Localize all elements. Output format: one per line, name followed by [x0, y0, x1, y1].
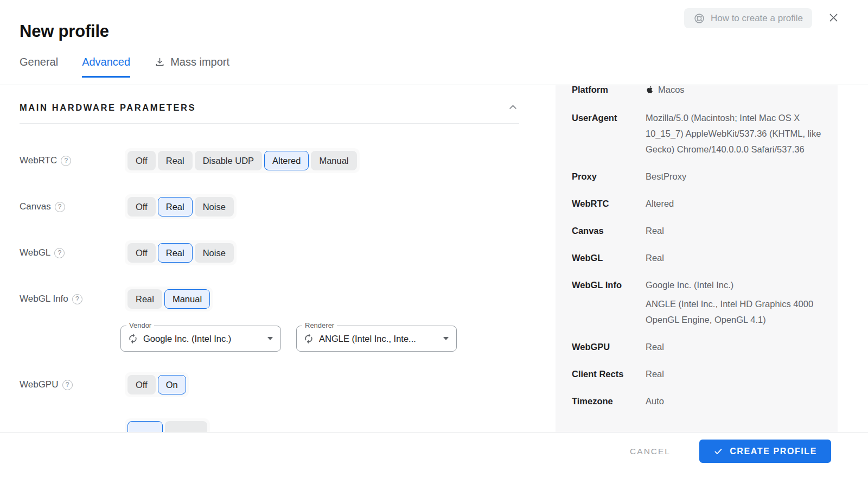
apple-icon	[646, 85, 653, 99]
close-icon[interactable]	[827, 12, 840, 25]
param-label-text: WebRTC	[20, 155, 57, 166]
summary-value-timezone: Auto	[646, 393, 822, 409]
help-icon[interactable]: ?	[62, 380, 73, 390]
summary-row-webgl-info: WebGL InfoGoogle Inc. (Intel Inc.)ANGLE …	[572, 277, 822, 328]
summary-row-proxy: ProxyBestProxy	[572, 169, 822, 184]
dropdown-arrow-icon	[267, 337, 273, 340]
webgl-option-noise[interactable]: Noise	[195, 243, 234, 263]
webrtc-toggle-group: OffRealDisable UDPAlteredManual	[125, 148, 360, 173]
canvas-option-noise[interactable]: Noise	[195, 197, 234, 217]
summary-row-webgpu: WebGPUReal	[572, 339, 822, 355]
summary-value-proxy: BestProxy	[646, 169, 822, 184]
summary-row-useragent: UserAgentMozilla/5.0 (Macintosh; Intel M…	[572, 110, 822, 157]
hardware-parameters: WebRTC?OffRealDisable UDPAlteredManualCa…	[0, 148, 556, 432]
advanced-tab-content: MAIN HARDWARE PARAMETERS WebRTC?OffRealD…	[0, 85, 556, 432]
section-divider	[20, 123, 519, 124]
summary-row-canvas: CanvasReal	[572, 223, 822, 239]
summary-value-text: Real	[646, 342, 664, 352]
renderer-select-value: ANGLE (Intel Inc., Inte...	[319, 334, 439, 344]
summary-value-text: Real	[646, 369, 664, 379]
help-icon[interactable]: ?	[61, 156, 71, 166]
webgpu-option-off[interactable]: Off	[127, 375, 156, 394]
summary-label-webrtc: WebRTC	[572, 196, 646, 212]
param-label-text: WebGPU	[20, 379, 59, 390]
param-row-webgpu: WebGPU?OffOn	[0, 372, 556, 397]
summary-label-useragent: UserAgent	[572, 110, 646, 157]
tab-general[interactable]: General	[20, 56, 58, 78]
summary-row-timezone: TimezoneAuto	[572, 393, 822, 409]
tab-mass-import[interactable]: Mass import	[154, 56, 229, 78]
refresh-icon[interactable]	[303, 333, 314, 344]
how-to-create-profile-button[interactable]: How to create a profile	[684, 8, 812, 28]
clipped-row-option-1[interactable]	[165, 421, 207, 432]
summary-value-useragent: Mozilla/5.0 (Macintosh; Intel Mac OS X 1…	[646, 110, 822, 157]
summary-label-client-rects: Client Rects	[572, 366, 646, 382]
check-icon	[713, 447, 723, 456]
webrtc-option-real[interactable]: Real	[158, 151, 193, 170]
canvas-toggle-group: OffRealNoise	[125, 194, 237, 219]
create-profile-button[interactable]: CREATE PROFILE	[699, 440, 831, 463]
webgl-option-off[interactable]: Off	[127, 243, 156, 263]
param-row-webgl-info: WebGL Info?RealManual	[0, 287, 556, 311]
summary-value-platform: Macos	[646, 85, 822, 99]
summary-value-text: Real	[646, 253, 664, 263]
section-title: MAIN HARDWARE PARAMETERS	[20, 103, 196, 113]
summary-value-text: Real	[646, 226, 664, 236]
summary-value-text: Auto	[646, 396, 664, 406]
vendor-select-value: Google Inc. (Intel Inc.)	[143, 334, 263, 344]
vendor-select-label: Vendor	[126, 322, 154, 329]
canvas-option-off[interactable]: Off	[127, 197, 156, 217]
webgl-info-toggle-group: RealManual	[125, 287, 213, 311]
summary-value-webgl-info: Google Inc. (Intel Inc.)ANGLE (Intel Inc…	[646, 277, 822, 328]
help-icon[interactable]: ?	[72, 294, 82, 304]
summary-label-canvas: Canvas	[572, 223, 646, 239]
param-row-webrtc: WebRTC?OffRealDisable UDPAlteredManual	[0, 148, 556, 173]
summary-label-webgl: WebGL	[572, 250, 646, 266]
webgl-toggle-group: OffRealNoise	[125, 240, 237, 265]
summary-value-text: Altered	[646, 199, 674, 208]
param-label-canvas: Canvas?	[20, 201, 125, 212]
webrtc-option-off[interactable]: Off	[127, 151, 156, 170]
param-row-webgl: WebGL?OffRealNoise	[0, 240, 556, 265]
summary-label-timezone: Timezone	[572, 393, 646, 409]
refresh-icon[interactable]	[127, 333, 138, 344]
param-label-text: WebGL	[20, 247, 50, 258]
tab-label: General	[20, 56, 58, 68]
webrtc-option-altered[interactable]: Altered	[264, 151, 309, 170]
webgl-info-option-real[interactable]: Real	[127, 289, 162, 309]
help-icon[interactable]: ?	[55, 202, 65, 212]
summary-value-text: Mozilla/5.0 (Macintosh; Intel Mac OS X 1…	[646, 113, 821, 154]
renderer-select[interactable]: RendererANGLE (Intel Inc., Inte...	[296, 326, 457, 352]
summary-label-proxy: Proxy	[572, 169, 646, 184]
summary-value-text: BestProxy	[646, 171, 686, 181]
vendor-select[interactable]: VendorGoogle Inc. (Intel Inc.)	[120, 326, 281, 352]
tab-label: Advanced	[82, 56, 130, 68]
webgl-info-option-manual[interactable]: Manual	[164, 289, 210, 309]
create-profile-label: CREATE PROFILE	[730, 447, 817, 456]
help-icon[interactable]: ?	[54, 248, 65, 258]
dropdown-arrow-icon	[443, 337, 449, 340]
webrtc-option-disable-udp[interactable]: Disable UDP	[195, 151, 262, 170]
clipped-row-toggle-group	[125, 418, 210, 432]
summary-label-webgpu: WebGPU	[572, 339, 646, 355]
param-label-text: WebGL Info	[20, 294, 68, 304]
summary-row-webrtc: WebRTCAltered	[572, 196, 822, 212]
webgl-option-real[interactable]: Real	[158, 243, 193, 263]
page-title: New profile	[20, 22, 109, 41]
summary-value-text-2: ANGLE (Intel Inc., Intel HD Graphics 400…	[646, 296, 822, 328]
cancel-button[interactable]: CANCEL	[620, 441, 680, 462]
tab-label: Mass import	[170, 56, 229, 68]
summary-value-canvas: Real	[646, 223, 822, 239]
tab-advanced[interactable]: Advanced	[82, 56, 130, 78]
clipped-row-option-0[interactable]	[127, 421, 163, 432]
download-icon	[154, 56, 165, 68]
param-label-webrtc: WebRTC?	[20, 155, 125, 166]
webgpu-option-on[interactable]: On	[158, 375, 186, 394]
summary-value-webgpu: Real	[646, 339, 822, 355]
webrtc-option-manual[interactable]: Manual	[311, 151, 356, 170]
collapse-section-icon[interactable]	[506, 101, 519, 114]
param-label-webgpu: WebGPU?	[20, 379, 125, 390]
param-label-webgl: WebGL?	[20, 247, 125, 258]
summary-value-webrtc: Altered	[646, 196, 822, 212]
canvas-option-real[interactable]: Real	[158, 197, 193, 217]
